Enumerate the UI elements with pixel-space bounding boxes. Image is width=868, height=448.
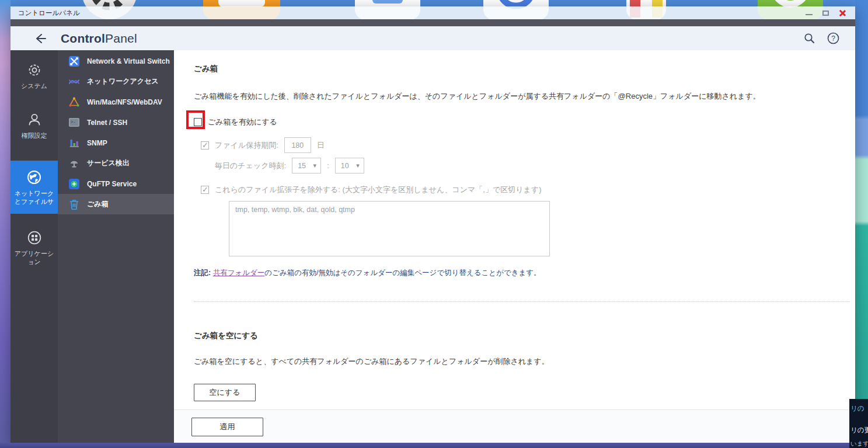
main-panel: ごみ箱 ごみ箱機能を有効にした後、削除されたファイルとフォルダーは、そのファイル… [174,50,855,443]
section-heading-empty: ごみ箱を空にする [194,331,832,341]
back-arrow-icon[interactable] [34,32,47,45]
submenu-item-network-virtual-switch[interactable]: Network & Virtual Switch [58,51,174,71]
recycle-bin-description: ごみ箱機能を有効にした後、削除されたファイルとフォルダーは、そのファイルとフォル… [194,91,832,102]
retention-days-input[interactable] [284,137,311,153]
section-heading-recycle-bin: ごみ箱 [194,64,832,74]
note-text: 注記: 共有フォルダーのごみ箱の有効/無効はそのフォルダーの編集ページで切り替え… [194,268,832,278]
window-titlebar: コントロールパネル [11,6,855,19]
category-sidebar: システム 権限設定 ネットワーク とファイルサ アプリケーシ ョン [11,50,58,443]
hour-select[interactable]: 15 [292,158,321,173]
sidebar-item-applications[interactable]: アプリケーシ ョン [11,224,58,273]
quftp-icon [69,179,79,189]
network-access-icon [69,77,79,87]
sidebar-item-label: 権限設定 [22,131,47,140]
bar-chart-icon [69,138,79,148]
maximize-button[interactable] [822,11,829,16]
retention-unit: 日 [317,140,325,151]
extensions-textarea[interactable]: tmp, temp, wtmp, blk, dat, qold, qtmp [229,201,550,256]
section-divider [194,301,850,302]
trash-icon [69,199,79,210]
submenu-item-snmp[interactable]: SNMP [58,133,174,153]
sidebar-item-label: ネットワーク とファイルサ [15,189,54,206]
desktop-wallpaper-left [0,0,11,443]
user-icon [27,112,42,127]
window-title: コントロールパネル [11,9,806,18]
window-top-band [11,19,855,26]
svg-text:?: ? [831,34,835,43]
shared-folder-link[interactable]: 共有フォルダー [213,269,265,277]
apps-icon [27,230,42,245]
page-title: ControlPanel [61,32,137,46]
empty-description: ごみ箱を空にすると、すべての共有フォルダーのごみ箱にあるファイルとフォルダーが削… [194,356,832,367]
sidebar-item-system[interactable]: システム [11,56,58,97]
submenu-item-recycle-bin[interactable]: ごみ箱 [58,194,174,214]
submenu-item-service-discovery[interactable]: サービス検出 [58,153,174,173]
minute-select[interactable]: 10 [335,158,364,173]
submenu-item-telnet-ssh[interactable]: >- Telnet / SSH [58,112,174,133]
exclude-extensions-label: これらのファイル拡張子を除外する: (大文字小文字を区別しません、コンマ「,」で… [215,185,542,195]
help-icon[interactable]: ? [827,32,839,44]
enable-recycle-checkbox[interactable] [194,118,202,126]
minimize-button[interactable] [806,14,813,15]
globe-icon [26,169,42,185]
submenu-item-network-access[interactable]: ネットワークアクセス [58,71,174,92]
time-separator: : [327,161,329,170]
retention-label: ファイル保持期間: [215,140,278,151]
retention-checkbox[interactable] [201,141,209,150]
triangle-network-icon [69,97,79,107]
sidebar-item-privilege[interactable]: 権限設定 [11,106,58,147]
app-header: ControlPanel ? [11,26,855,50]
footer-bar: 適用 [174,409,855,443]
notification-overlay: リの リの更 います。 [849,399,868,448]
submenu-sidebar: Network & Virtual Switch ネットワークアクセス Win/… [58,50,174,443]
svg-text:>-: >- [71,120,75,124]
enable-recycle-row: ごみ箱を有効にする [194,117,832,127]
sidebar-item-network-file-services[interactable]: ネットワーク とファイルサ [11,161,58,214]
desktop-wallpaper-right [855,0,868,443]
close-button[interactable] [839,9,846,16]
satellite-dish-icon [69,158,79,169]
disabled-options-group: ファイル保持期間: 日 毎日のチェック時刻: 15 : 10 これらのファイル拡… [201,137,832,256]
enable-recycle-label: ごみ箱を有効にする [208,117,277,127]
gear-icon [27,62,42,78]
desktop-bottom-band [0,443,868,448]
terminal-icon: >- [69,117,79,128]
apply-button[interactable]: 適用 [191,418,263,436]
submenu-item-quftp-service[interactable]: QuFTP Service [58,173,174,194]
submenu-item-win-mac-nfs-webdav[interactable]: Win/Mac/NFS/WebDAV [58,92,174,112]
control-panel-window: コントロールパネル ControlPanel ? システム 権限設定 [11,6,855,443]
exclude-extensions-checkbox[interactable] [201,186,209,194]
sidebar-item-label: アプリケーシ ョン [15,249,54,266]
sidebar-item-label: システム [21,82,47,90]
empty-recycle-button[interactable]: 空にする [194,384,256,401]
check-time-label: 毎日のチェック時刻: [215,161,286,171]
network-switch-icon [69,56,79,67]
search-icon[interactable] [804,33,815,44]
